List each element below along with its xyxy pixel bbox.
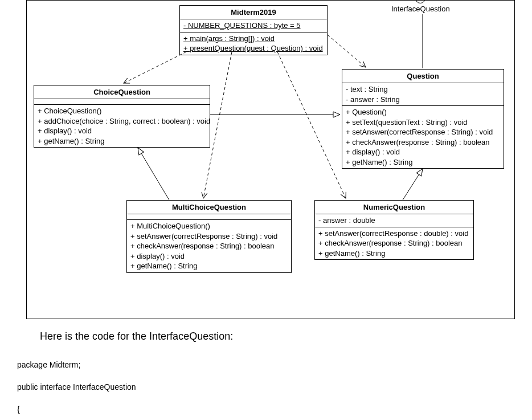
class-title: NumericQuestion	[315, 201, 473, 214]
svg-line-5	[328, 35, 366, 67]
class-attributes: - answer : double	[315, 214, 473, 227]
class-operations: + Question() + setText(questionText : St…	[342, 106, 504, 168]
class-choicequestion: ChoiceQuestion + ChoiceQuestion() + addC…	[34, 85, 210, 148]
caption: Here is the code for the InterfaceQuesti…	[40, 331, 532, 342]
svg-line-7	[277, 52, 346, 198]
interface-question: InterfaceQuestion	[391, 0, 450, 13]
class-title: Question	[342, 70, 504, 83]
class-multichoicequestion: MultiChoiceQuestion + MultiChoiceQuestio…	[126, 200, 292, 273]
class-operations: + MultiChoiceQuestion() + setAnswer(corr…	[127, 220, 291, 272]
uml-diagram: InterfaceQuestion Midterm2019 - NUMBER_Q…	[26, 0, 515, 319]
code-block: package Midterm; public interface Interf…	[17, 348, 532, 420]
class-operations: + ChoiceQuestion() + addChoice(choice : …	[34, 105, 210, 147]
class-title: MultiChoiceQuestion	[127, 201, 291, 214]
interface-label: InterfaceQuestion	[391, 5, 450, 13]
class-numericquestion: NumericQuestion - answer : double + setA…	[314, 200, 474, 260]
svg-line-4	[124, 52, 186, 83]
interface-icon	[415, 0, 425, 3]
class-operations: + main(args : String[]) : void + present…	[180, 32, 327, 55]
class-attributes: - NUMBER_QUESTIONS : byte = 5	[180, 19, 327, 32]
class-midterm2019: Midterm2019 - NUMBER_QUESTIONS : byte = …	[179, 5, 328, 55]
svg-line-3	[138, 148, 169, 200]
class-attributes	[127, 214, 291, 220]
class-title: Midterm2019	[180, 6, 327, 19]
class-question: Question - text : String - answer : Stri…	[342, 69, 504, 169]
class-attributes: - text : String - answer : String	[342, 83, 504, 106]
class-attributes	[34, 99, 210, 105]
svg-line-2	[403, 169, 423, 200]
class-operations: + setAnswer(correctResponse : double) : …	[315, 227, 473, 260]
class-title: ChoiceQuestion	[34, 85, 210, 99]
